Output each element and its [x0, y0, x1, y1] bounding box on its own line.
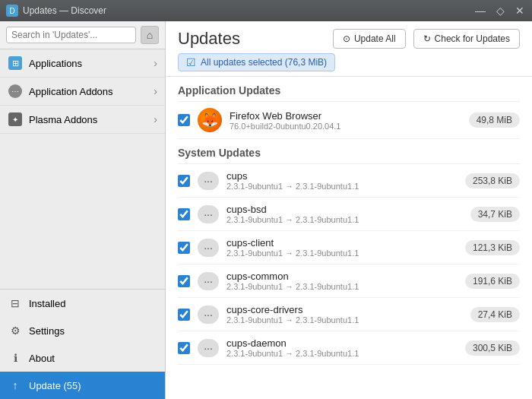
sidebar-item-about[interactable]: ℹ About	[0, 344, 165, 372]
main-content: Updates ⊙ Update All ↻ Check for Updates…	[166, 21, 532, 399]
update-all-icon: ⊙	[343, 33, 350, 44]
item-name: cups	[226, 170, 458, 182]
item-checkbox[interactable]	[178, 342, 190, 354]
sidebar-item-applications[interactable]: ⊞ Applications ›	[0, 49, 165, 78]
sidebar-item-applications-label: Applications	[29, 58, 147, 69]
system-updates-section-title: System Updates	[178, 139, 520, 164]
item-checkbox[interactable]	[178, 309, 190, 321]
more-options-button[interactable]: ···	[198, 172, 219, 190]
item-size: 49,8 MiB	[469, 112, 520, 128]
home-button[interactable]: ⌂	[141, 26, 159, 44]
sidebar-nav: ⊞ Applications › ⋯ Application Addons › …	[0, 49, 165, 289]
table-row: ··· cups-daemon 2.3.1-9ubuntu1 → 2.3.1-9…	[178, 331, 520, 365]
item-version: 76.0+build2-0ubuntu0.20.04.1	[230, 122, 461, 131]
more-options-button[interactable]: ···	[198, 339, 219, 357]
plasma-addons-icon: ✦	[8, 112, 23, 127]
table-row: ··· cups-common 2.3.1-9ubuntu1 → 2.3.1-9…	[178, 264, 520, 298]
item-checkbox[interactable]	[178, 242, 190, 254]
item-size: 121,3 KiB	[465, 240, 520, 255]
refresh-icon: ↻	[423, 33, 431, 44]
item-size: 253,8 KiB	[465, 173, 520, 188]
more-options-button[interactable]: ···	[198, 205, 219, 223]
item-size: 27,4 KiB	[470, 307, 520, 322]
table-row: ··· cups-client 2.3.1-9ubuntu1 → 2.3.1-9…	[178, 231, 520, 264]
titlebar: D Updates — Discover — ◇ ✕	[0, 0, 532, 21]
sidebar-item-installed-label: Installed	[29, 298, 157, 309]
close-button[interactable]: ✕	[514, 5, 526, 17]
sidebar-item-installed[interactable]: ⊟ Installed	[0, 290, 165, 317]
table-row: ··· cups 2.3.1-9ubuntu1 → 2.3.1-9ubuntu1…	[178, 164, 520, 198]
chevron-right-icon: ›	[154, 113, 157, 125]
system-updates-list: ··· cups 2.3.1-9ubuntu1 → 2.3.1-9ubuntu1…	[178, 164, 520, 365]
item-info: Firefox Web Browser 76.0+build2-0ubuntu0…	[230, 110, 461, 131]
check-updates-button[interactable]: ↻ Check for Updates	[413, 29, 520, 49]
item-version: 2.3.1-9ubuntu1 → 2.3.1-9ubuntu1.1	[226, 215, 463, 224]
item-version: 2.3.1-9ubuntu1 → 2.3.1-9ubuntu1.1	[226, 182, 458, 191]
item-name: cups-core-drivers	[226, 304, 463, 315]
item-checkbox[interactable]	[178, 175, 190, 187]
header-actions: ⊙ Update All ↻ Check for Updates	[333, 29, 520, 49]
selected-badge-text: All updates selected (76,3 MiB)	[201, 57, 327, 68]
installed-icon: ⊟	[8, 296, 23, 311]
table-row: ··· cups-core-drivers 2.3.1-9ubuntu1 → 2…	[178, 298, 520, 331]
item-checkbox[interactable]	[178, 114, 190, 126]
item-info: cups-bsd 2.3.1-9ubuntu1 → 2.3.1-9ubuntu1…	[226, 204, 463, 224]
item-info: cups 2.3.1-9ubuntu1 → 2.3.1-9ubuntu1.1	[226, 170, 458, 191]
item-name: cups-bsd	[226, 204, 463, 215]
item-info: cups-common 2.3.1-9ubuntu1 → 2.3.1-9ubun…	[226, 271, 458, 291]
item-version: 2.3.1-9ubuntu1 → 2.3.1-9ubuntu1.1	[226, 315, 463, 325]
sidebar-item-application-addons[interactable]: ⋯ Application Addons ›	[0, 78, 165, 106]
sidebar-item-plasma-addons[interactable]: ✦ Plasma Addons ›	[0, 106, 165, 134]
item-name: cups-common	[226, 271, 458, 282]
update-all-label: Update All	[354, 33, 396, 44]
sidebar-item-update[interactable]: ↑ Update (55)	[0, 372, 165, 399]
maximize-button[interactable]: ◇	[494, 5, 506, 17]
item-version: 2.3.1-9ubuntu1 → 2.3.1-9ubuntu1.1	[226, 249, 458, 258]
main-header-top: Updates ⊙ Update All ↻ Check for Updates	[178, 29, 520, 49]
selected-badge: ☑ All updates selected (76,3 MiB)	[178, 53, 335, 71]
titlebar-left: D Updates — Discover	[6, 5, 106, 17]
check-updates-label: Check for Updates	[435, 33, 510, 44]
app-icon: D	[6, 5, 18, 17]
main-header: Updates ⊙ Update All ↻ Check for Updates…	[166, 21, 532, 77]
search-input[interactable]	[6, 27, 136, 43]
applications-icon: ⊞	[8, 55, 23, 71]
minimize-button[interactable]: —	[474, 5, 486, 17]
item-checkbox[interactable]	[178, 275, 190, 287]
sidebar: ⌂ ⊞ Applications › ⋯ Application Addons …	[0, 21, 166, 399]
item-size: 300,5 KiB	[465, 340, 520, 356]
item-version: 2.3.1-9ubuntu1 → 2.3.1-9ubuntu1.1	[226, 282, 458, 291]
item-version: 2.3.1-9ubuntu1 → 2.3.1-9ubuntu1.1	[226, 349, 458, 358]
update-all-button[interactable]: ⊙ Update All	[333, 29, 406, 49]
item-checkbox[interactable]	[178, 208, 190, 220]
more-options-button[interactable]: ···	[198, 239, 219, 257]
chevron-right-icon: ›	[154, 57, 157, 69]
item-name: cups-client	[226, 237, 458, 249]
sidebar-bottom: ⊟ Installed ⚙ Settings ℹ About ↑ Update …	[0, 289, 165, 399]
firefox-icon: 🦊	[198, 108, 222, 132]
more-options-button[interactable]: ···	[198, 272, 219, 290]
item-info: cups-client 2.3.1-9ubuntu1 → 2.3.1-9ubun…	[226, 237, 458, 258]
item-size: 34,7 KiB	[470, 207, 520, 222]
app-container: ⌂ ⊞ Applications › ⋯ Application Addons …	[0, 21, 532, 399]
item-size: 191,6 KiB	[465, 274, 520, 289]
item-name: Firefox Web Browser	[230, 110, 461, 122]
more-options-button[interactable]: ···	[198, 306, 219, 324]
titlebar-title: Updates — Discover	[23, 5, 106, 16]
page-title: Updates	[178, 29, 240, 49]
updates-body: Application Updates 🦊 Firefox Web Browse…	[166, 77, 532, 377]
settings-icon: ⚙	[8, 323, 23, 338]
update-icon: ↑	[8, 378, 23, 393]
sidebar-item-about-label: About	[29, 353, 157, 364]
check-icon: ☑	[186, 56, 196, 68]
about-icon: ℹ	[8, 350, 23, 366]
search-bar: ⌂	[0, 21, 165, 49]
sidebar-item-plasma-label: Plasma Addons	[29, 114, 147, 125]
sidebar-item-update-label: Update (55)	[29, 380, 157, 391]
sidebar-item-settings[interactable]: ⚙ Settings	[0, 317, 165, 344]
item-info: cups-core-drivers 2.3.1-9ubuntu1 → 2.3.1…	[226, 304, 463, 325]
application-addons-icon: ⋯	[8, 84, 23, 99]
sidebar-item-settings-label: Settings	[29, 325, 157, 337]
table-row: ··· cups-bsd 2.3.1-9ubuntu1 → 2.3.1-9ubu…	[178, 198, 520, 231]
item-info: cups-daemon 2.3.1-9ubuntu1 → 2.3.1-9ubun…	[226, 337, 458, 358]
